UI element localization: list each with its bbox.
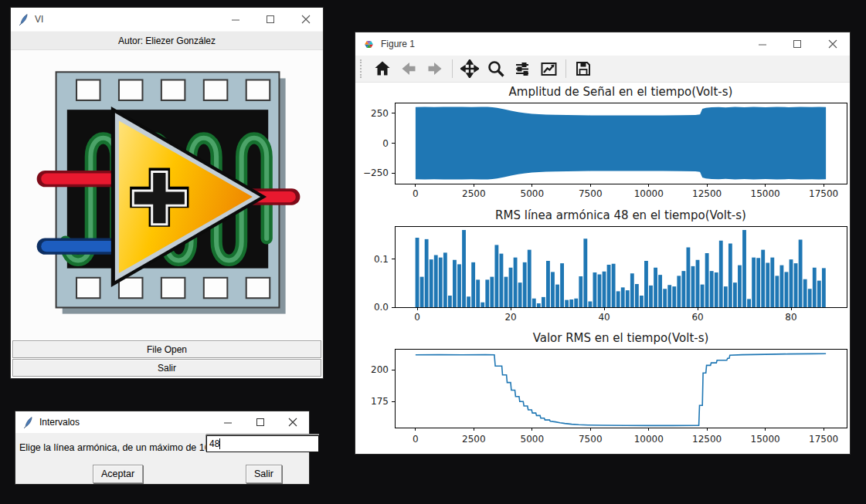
figure-window: Figure 1 xyxy=(355,32,850,454)
vi-close-button[interactable] xyxy=(288,8,323,31)
rms-bar xyxy=(537,303,541,307)
x-tick-label: 5000 xyxy=(521,434,545,445)
rms-bar xyxy=(766,263,769,308)
figure-window-title: Figure 1 xyxy=(381,39,415,49)
figure-canvas[interactable]: Amplitud de Señal en el tiempo(Volt-s)02… xyxy=(355,83,850,454)
subplot-1[interactable]: Amplitud de Señal en el tiempo(Volt-s)02… xyxy=(363,85,847,199)
rms-bar xyxy=(752,258,756,307)
rms-bar xyxy=(612,264,616,307)
rms-bar xyxy=(555,285,559,307)
rms-bar xyxy=(416,238,419,307)
rms-bar xyxy=(448,296,452,307)
pan-icon[interactable] xyxy=(458,58,481,79)
rms-bar xyxy=(663,289,667,307)
intervalos-close-button[interactable] xyxy=(277,411,309,433)
vi-minimize-button[interactable] xyxy=(219,8,253,31)
x-tick-label: 15000 xyxy=(751,434,780,445)
harmonic-prompt-label: Elige la línea armónica, de un máximo de… xyxy=(19,442,218,453)
rms-bar xyxy=(654,268,657,307)
rms-bar xyxy=(528,250,531,307)
labview-vi-logo xyxy=(29,61,304,328)
rms-bar xyxy=(770,258,774,307)
figure-maximize-button[interactable] xyxy=(780,32,815,56)
rms-bar xyxy=(453,260,457,307)
x-tick-label: 10000 xyxy=(634,188,664,199)
configure-subplots-icon[interactable] xyxy=(511,58,534,79)
toolbar-separator xyxy=(565,59,566,78)
rms-bar xyxy=(626,290,630,307)
y-tick-label: −250 xyxy=(363,167,389,178)
rms-bar xyxy=(691,266,695,307)
rms-bar xyxy=(574,299,578,307)
intervalos-salir-button[interactable]: Salir xyxy=(246,465,282,483)
rms-bar xyxy=(813,268,817,307)
vi-window: VI Autor: Eliezer González xyxy=(11,8,323,378)
rms-bar xyxy=(775,276,779,307)
rms-bar xyxy=(621,287,625,307)
x-tick-label: 10000 xyxy=(634,434,664,445)
rms-bar xyxy=(696,260,700,307)
toolbar-separator xyxy=(452,59,453,78)
x-tick-label: 12500 xyxy=(692,434,722,445)
rms-bar xyxy=(640,296,644,307)
y-tick-label: 0.1 xyxy=(374,254,389,265)
x-tick-label: 20 xyxy=(504,312,516,323)
vi-window-title: VI xyxy=(35,14,43,25)
rms-bar xyxy=(779,266,783,307)
x-tick-label: 0 xyxy=(413,188,419,199)
y-tick-label: 0 xyxy=(382,138,389,149)
rms-bar xyxy=(546,261,550,307)
rms-bar xyxy=(565,300,569,307)
rms-bar xyxy=(569,299,573,307)
back-icon[interactable] xyxy=(397,58,420,79)
vi-maximize-button[interactable] xyxy=(253,8,288,31)
rms-bar xyxy=(467,296,470,307)
figure-minimize-button[interactable] xyxy=(745,32,780,56)
x-tick-label: 2500 xyxy=(462,434,486,445)
save-icon[interactable] xyxy=(572,58,595,79)
rms-bar xyxy=(439,258,443,307)
rms-bar xyxy=(583,238,587,307)
rms-bar xyxy=(649,286,653,307)
subplot-2[interactable]: RMS línea armónica 48 en el tiempo(Volt-… xyxy=(374,208,847,323)
aceptar-button[interactable]: Aceptar xyxy=(93,465,143,483)
rms-bar xyxy=(785,272,789,307)
y-tick-label: 0.0 xyxy=(374,302,389,313)
edit-axes-icon[interactable] xyxy=(537,58,560,79)
forward-icon[interactable] xyxy=(423,58,447,79)
rms-bar xyxy=(494,245,498,307)
rms-bar xyxy=(420,277,424,307)
harmonic-entry-field[interactable]: 48 xyxy=(206,435,319,452)
zoom-icon[interactable] xyxy=(484,58,508,79)
x-tick-label: 2500 xyxy=(462,188,486,199)
rms-bar xyxy=(607,265,611,307)
vi-titlebar[interactable]: VI xyxy=(11,8,323,31)
subplot-title: RMS línea armónica 48 en el tiempo(Volt-… xyxy=(495,208,746,222)
intervalos-maximize-button[interactable] xyxy=(244,411,277,433)
vi-salir-button[interactable]: Salir xyxy=(12,359,321,377)
rms-bar xyxy=(462,230,466,307)
rms-line xyxy=(416,353,826,425)
x-tick-label: 15000 xyxy=(751,188,780,199)
subplot-title: Amplitud de Señal en el tiempo(Volt-s) xyxy=(509,85,733,99)
file-open-button[interactable]: File Open xyxy=(12,340,321,358)
figure-titlebar[interactable]: Figure 1 xyxy=(355,32,850,56)
text-caret xyxy=(219,438,220,449)
rms-bar xyxy=(457,264,461,307)
x-tick-label: 17500 xyxy=(809,188,838,199)
tk-feather-icon xyxy=(23,417,33,428)
rms-bar xyxy=(803,279,807,307)
rms-bar xyxy=(822,268,826,307)
figure-close-button[interactable] xyxy=(815,32,850,56)
rms-bar xyxy=(672,286,676,307)
intervalos-titlebar[interactable]: Intervalos xyxy=(15,411,309,433)
intervalos-minimize-button[interactable] xyxy=(212,411,244,433)
rms-bar xyxy=(681,271,685,307)
matplotlib-toolbar xyxy=(355,56,850,83)
toolbar-grip[interactable] xyxy=(360,59,365,78)
rms-bar xyxy=(635,284,639,307)
subplot-3[interactable]: Valor RMS en el tiempo(Volt-s)0250050007… xyxy=(371,331,847,445)
subplots-svg[interactable]: Amplitud de Señal en el tiempo(Volt-s)02… xyxy=(355,83,850,454)
home-icon[interactable] xyxy=(371,58,394,79)
rms-bar xyxy=(443,252,447,307)
